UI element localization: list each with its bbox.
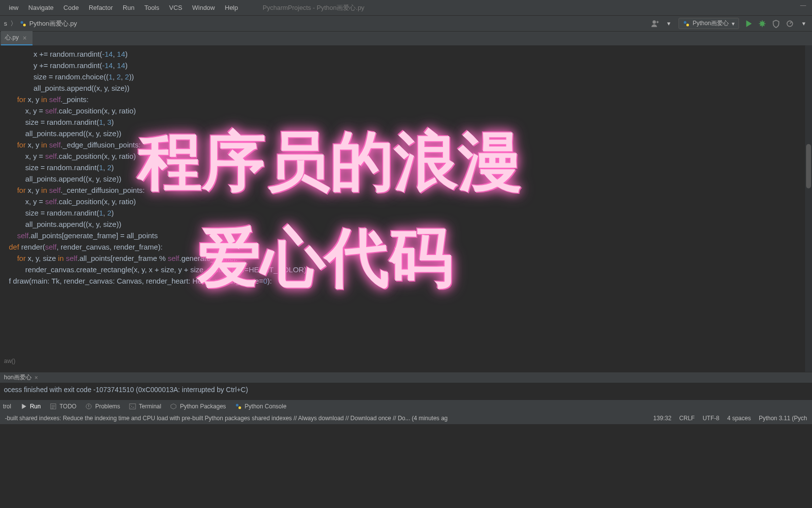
- tab-terminal[interactable]: Terminal: [129, 403, 161, 410]
- python-file-icon: [20, 20, 27, 27]
- svg-point-0: [20, 21, 23, 23]
- python-icon: [683, 20, 690, 27]
- window-title: PycharmProjects - Python画爱心.py: [263, 3, 365, 12]
- tab-control[interactable]: trol: [3, 403, 11, 410]
- status-interpreter[interactable]: Python 3.11 (Pych: [759, 415, 807, 422]
- svg-point-2: [652, 20, 656, 24]
- console-output[interactable]: ocess finished with exit code -107374151…: [0, 383, 812, 399]
- run-config-label: Python画爱心: [693, 19, 729, 28]
- menu-navigate[interactable]: Navigate: [24, 2, 59, 13]
- python-console-icon: [235, 403, 242, 410]
- menu-vcs[interactable]: VCS: [164, 2, 187, 13]
- menu-window[interactable]: Window: [187, 2, 220, 13]
- svg-point-11: [238, 406, 241, 409]
- chevron-down-icon: ▾: [732, 20, 735, 27]
- run-button[interactable]: [744, 19, 753, 28]
- status-encoding[interactable]: UTF-8: [703, 415, 719, 422]
- dropdown-icon-2[interactable]: ▾: [799, 19, 808, 28]
- editor-tabs: 心.py ×: [0, 32, 812, 45]
- close-tab-icon[interactable]: ×: [23, 34, 27, 42]
- console-line: ocess finished with exit code -107374151…: [4, 386, 248, 394]
- breadcrumb-sep: 〉: [10, 19, 17, 28]
- package-icon: [170, 403, 177, 410]
- tab-problems[interactable]: Problems: [85, 403, 120, 410]
- run-tool-window-header[interactable]: hon画爱心 ×: [0, 372, 812, 383]
- status-message[interactable]: -built shared indexes: Reduce the indexi…: [5, 415, 653, 422]
- code-editor[interactable]: x += random.randint(-14, 14) y += random…: [0, 45, 812, 372]
- status-bar: -built shared indexes: Reduce the indexi…: [0, 412, 812, 424]
- vertical-scrollbar[interactable]: [805, 45, 812, 372]
- status-indent[interactable]: 4 spaces: [727, 415, 751, 422]
- status-line-ending[interactable]: CRLF: [679, 415, 695, 422]
- menu-run[interactable]: Run: [118, 2, 139, 13]
- tab-label: 心.py: [5, 34, 19, 42]
- todo-icon: [50, 403, 57, 410]
- menu-help[interactable]: Help: [220, 2, 243, 13]
- run-config-selector[interactable]: Python画爱心 ▾: [678, 18, 739, 29]
- minimize-button[interactable]: —: [797, 2, 809, 11]
- svg-point-1: [23, 24, 26, 26]
- window-controls: —: [797, 2, 809, 11]
- profile-button[interactable]: [785, 19, 794, 28]
- coverage-button[interactable]: [772, 19, 780, 28]
- main-menu-bar: iew Navigate Code Refactor Run Tools VCS…: [0, 0, 812, 16]
- terminal-icon: [129, 403, 136, 410]
- menu-view[interactable]: iew: [4, 2, 24, 13]
- add-user-icon[interactable]: [651, 19, 660, 28]
- menu-refactor[interactable]: Refactor: [84, 2, 118, 13]
- tab-python-console[interactable]: Python Console: [235, 403, 287, 410]
- editor-tab-active[interactable]: 心.py ×: [1, 31, 33, 45]
- svg-point-10: [236, 403, 238, 406]
- breadcrumb-file[interactable]: Python画爱心.py: [30, 19, 77, 28]
- debug-button[interactable]: [758, 19, 767, 28]
- problems-icon: [85, 403, 92, 410]
- scrollbar-thumb[interactable]: [806, 144, 811, 188]
- tool-window-bar: trol Run TODO Problems Terminal Python P…: [0, 399, 812, 412]
- status-line-col[interactable]: 139:32: [653, 415, 672, 422]
- menu-code[interactable]: Code: [59, 2, 84, 13]
- toolbar: s 〉 Python画爱心.py ▾ Python画爱心 ▾ ▾: [0, 16, 812, 32]
- svg-point-4: [686, 24, 689, 26]
- tab-todo[interactable]: TODO: [50, 403, 76, 410]
- close-run-tab-icon[interactable]: ×: [34, 374, 38, 381]
- tab-python-packages[interactable]: Python Packages: [170, 403, 226, 410]
- tab-run[interactable]: Run: [20, 403, 41, 410]
- menu-tools[interactable]: Tools: [139, 2, 164, 13]
- breadcrumb-root[interactable]: s: [4, 20, 7, 27]
- dropdown-icon[interactable]: ▾: [665, 19, 674, 28]
- svg-point-3: [683, 21, 686, 23]
- play-icon: [20, 403, 27, 410]
- run-panel-title: hon画爱心: [4, 373, 32, 382]
- structure-breadcrumb[interactable]: aw(): [0, 356, 15, 367]
